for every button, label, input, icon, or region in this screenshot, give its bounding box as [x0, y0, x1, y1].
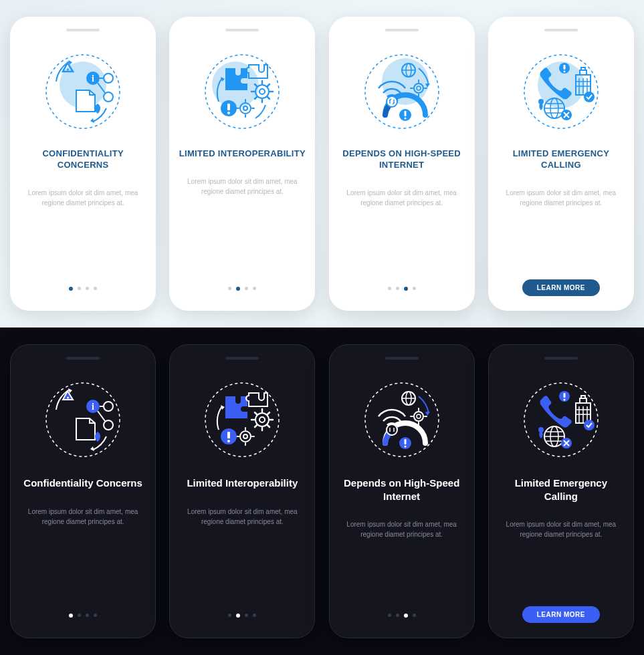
svg-point-31: [404, 118, 406, 120]
svg-point-96: [584, 420, 595, 430]
svg-rect-95: [580, 398, 586, 403]
screen-title: Confidentiality Concerns: [23, 477, 142, 490]
svg-point-55: [67, 397, 69, 399]
interoperability-icon: [195, 373, 289, 467]
phone-notch: [385, 357, 419, 360]
svg-text:i: i: [92, 74, 94, 84]
svg-point-82: [404, 446, 406, 448]
svg-point-83: [387, 424, 397, 435]
svg-rect-70: [227, 432, 230, 438]
screen-title: Depends on High-Speed Internet: [339, 477, 465, 503]
phone-notch: [66, 357, 100, 360]
onboarding-screen-2-light: LIMITED INTEROPERABILITY Lorem ipsum dol…: [169, 17, 315, 311]
svg-point-88: [563, 399, 565, 401]
screen-body: Lorem ipsum dolor sit dim amet, mea regi…: [339, 519, 465, 539]
screen-body: Lorem ipsum dolor sit dim amet, mea regi…: [179, 176, 306, 196]
learn-more-button[interactable]: LEARN MORE: [522, 279, 600, 296]
svg-point-58: [104, 402, 113, 411]
screen-body: Lorem ipsum dolor sit dim amet, mea regi…: [179, 507, 305, 527]
svg-point-6: [104, 92, 113, 102]
screen-title: CONFIDENTIALITY CONCERNS: [19, 148, 146, 171]
svg-point-16: [243, 106, 247, 110]
svg-point-14: [259, 89, 265, 94]
onboarding-screen-1-light: i CONFIDENTIALITY CONCERNS Lorem ipsum d…: [10, 17, 156, 311]
screen-body: Lorem ipsum dolor sit dim amet, mea regi…: [338, 188, 465, 208]
onboarding-screen-2-dark: Limited Interoperability Lorem ipsum dol…: [169, 344, 315, 638]
svg-point-78: [414, 412, 423, 421]
phone-notch: [544, 29, 578, 31]
svg-text:i: i: [92, 402, 94, 412]
svg-line-61: [98, 411, 105, 421]
onboarding-screen-4-dark: Limited Emergency Calling Lorem ipsum do…: [488, 344, 634, 638]
phone-notch: [544, 357, 578, 360]
svg-point-2: [67, 69, 69, 71]
onboarding-screen-3-light: DEPENDS ON HIGH-SPEED INTERNET Lorem ips…: [329, 17, 475, 311]
interoperability-icon: [195, 45, 289, 138]
light-theme-row: i CONFIDENTIALITY CONCERNS Lorem ipsum d…: [0, 0, 644, 328]
internet-speed-icon: [355, 373, 449, 467]
svg-point-71: [227, 440, 230, 442]
confidentiality-icon: i: [36, 373, 130, 467]
screen-body: Lorem ipsum dolor sit dim amet, mea regi…: [498, 519, 624, 539]
svg-point-19: [227, 112, 230, 114]
page-indicator[interactable]: [388, 287, 416, 291]
svg-point-46: [584, 92, 595, 102]
svg-point-32: [387, 96, 397, 107]
screen-title: DEPENDS ON HIGH-SPEED INTERNET: [338, 148, 465, 171]
svg-rect-87: [563, 393, 565, 398]
screen-body: Lorem ipsum dolor sit dim amet, mea regi…: [498, 188, 625, 208]
svg-point-68: [243, 434, 247, 438]
svg-point-67: [240, 431, 251, 442]
page-indicator[interactable]: [69, 287, 97, 291]
screen-title: Limited Emergency Calling: [498, 477, 624, 503]
page-indicator[interactable]: [228, 287, 256, 291]
internet-speed-icon: [355, 45, 449, 138]
dark-theme-row: i Confidentiality Concerns Lorem ipsum d…: [0, 328, 644, 655]
onboarding-screen-1-dark: i Confidentiality Concerns Lorem ipsum d…: [10, 344, 156, 638]
onboarding-screen-3-dark: Depends on High-Speed Internet Lorem ips…: [329, 344, 475, 638]
svg-point-79: [417, 414, 421, 418]
confidentiality-icon: i: [36, 45, 130, 138]
screen-title: LIMITED EMERGENCY CALLING: [498, 148, 625, 171]
page-indicator[interactable]: [69, 614, 97, 618]
emergency-calling-icon: [514, 45, 608, 138]
screen-title: Limited Interoperability: [187, 477, 298, 490]
svg-rect-18: [227, 104, 230, 110]
svg-rect-81: [404, 439, 406, 444]
svg-marker-84: [425, 412, 430, 416]
svg-rect-37: [563, 65, 565, 70]
screen-body: Lorem ipsum dolor sit dim amet, mea regi…: [19, 188, 146, 208]
phone-notch: [66, 29, 100, 31]
onboarding-screen-4-light: LIMITED EMERGENCY CALLING Lorem ipsum do…: [488, 17, 634, 311]
phone-notch: [385, 29, 419, 31]
page-indicator[interactable]: [388, 614, 416, 618]
svg-rect-30: [404, 111, 406, 116]
learn-more-button[interactable]: LEARN MORE: [522, 606, 600, 623]
svg-point-59: [104, 420, 113, 430]
page-indicator[interactable]: [228, 614, 256, 618]
phone-notch: [225, 29, 259, 31]
svg-point-65: [255, 413, 269, 426]
emergency-calling-icon: [514, 373, 608, 467]
svg-point-38: [563, 71, 565, 73]
phone-notch: [225, 357, 259, 360]
screen-body: Lorem ipsum dolor sit dim amet, mea regi…: [20, 507, 146, 527]
svg-point-54: [46, 383, 120, 456]
screen-title: LIMITED INTEROPERABILITY: [179, 148, 306, 160]
svg-point-66: [259, 417, 265, 422]
